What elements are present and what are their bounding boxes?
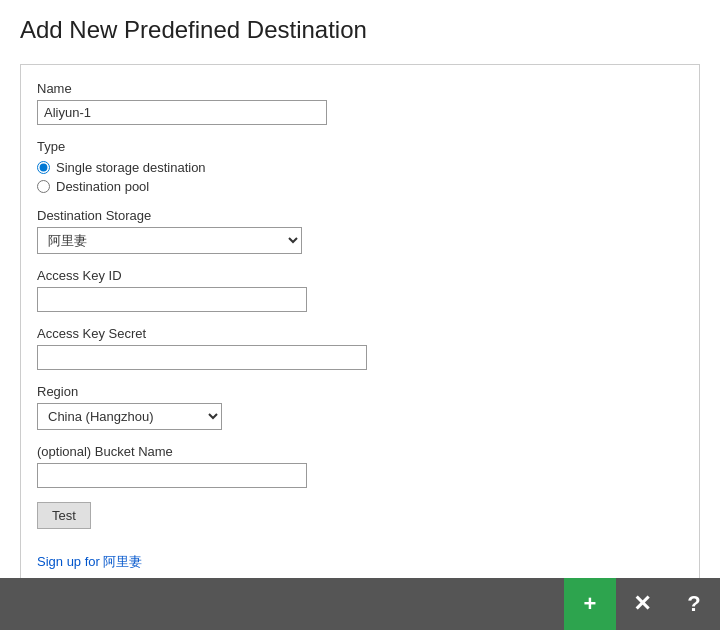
region-select[interactable]: China (Hangzhou) China (Beijing) China (…: [37, 403, 222, 430]
type-label: Type: [37, 139, 683, 154]
radio-single-option[interactable]: Single storage destination: [37, 160, 683, 175]
name-input[interactable]: [37, 100, 327, 125]
access-key-secret-group: Access Key Secret: [37, 326, 683, 370]
form-container: Name Type Single storage destination Des…: [20, 64, 700, 578]
radio-single-label: Single storage destination: [56, 160, 206, 175]
region-label: Region: [37, 384, 683, 399]
destination-storage-group: Destination Storage 阿里妻 Option2: [37, 208, 683, 254]
bucket-group: (optional) Bucket Name: [37, 444, 683, 488]
radio-single-input[interactable]: [37, 161, 50, 174]
signup-link[interactable]: Sign up for 阿里妻: [37, 553, 143, 571]
bucket-label: (optional) Bucket Name: [37, 444, 683, 459]
name-group: Name: [37, 81, 683, 125]
close-button[interactable]: ✕: [616, 578, 668, 630]
add-button[interactable]: +: [564, 578, 616, 630]
region-group: Region China (Hangzhou) China (Beijing) …: [37, 384, 683, 430]
access-key-secret-input[interactable]: [37, 345, 367, 370]
access-key-secret-label: Access Key Secret: [37, 326, 683, 341]
type-group: Type Single storage destination Destinat…: [37, 139, 683, 194]
destination-storage-label: Destination Storage: [37, 208, 683, 223]
radio-pool-input[interactable]: [37, 180, 50, 193]
main-area: Add New Predefined Destination Name Type…: [0, 0, 720, 578]
help-button[interactable]: ?: [668, 578, 720, 630]
destination-storage-select[interactable]: 阿里妻 Option2: [37, 227, 302, 254]
page-title: Add New Predefined Destination: [20, 16, 700, 44]
footer-bar: + ✕ ?: [0, 578, 720, 630]
name-label: Name: [37, 81, 683, 96]
access-key-id-group: Access Key ID: [37, 268, 683, 312]
bucket-input[interactable]: [37, 463, 307, 488]
access-key-id-label: Access Key ID: [37, 268, 683, 283]
radio-pool-label: Destination pool: [56, 179, 149, 194]
test-group: Test: [37, 502, 683, 529]
access-key-id-input[interactable]: [37, 287, 307, 312]
radio-pool-option[interactable]: Destination pool: [37, 179, 683, 194]
test-button[interactable]: Test: [37, 502, 91, 529]
